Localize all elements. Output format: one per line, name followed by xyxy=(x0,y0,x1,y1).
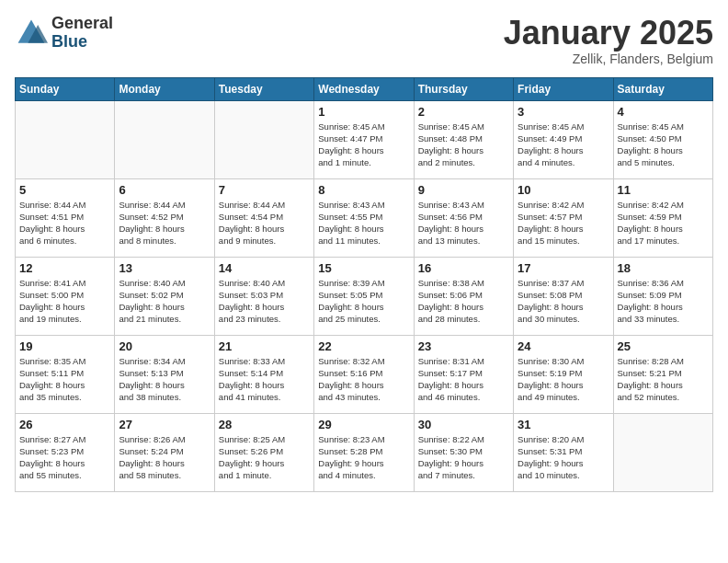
table-row: 27Sunrise: 8:26 AM Sunset: 5:24 PM Dayli… xyxy=(115,413,214,491)
logo: General Blue xyxy=(15,15,113,52)
day-info: Sunrise: 8:44 AM Sunset: 4:51 PM Dayligh… xyxy=(19,199,110,247)
day-info: Sunrise: 8:34 AM Sunset: 5:13 PM Dayligh… xyxy=(119,355,210,404)
table-row: 18Sunrise: 8:36 AM Sunset: 5:09 PM Dayli… xyxy=(613,257,712,335)
day-number: 20 xyxy=(119,339,210,353)
table-row: 6Sunrise: 8:44 AM Sunset: 4:52 PM Daylig… xyxy=(115,178,214,257)
table-row: 4Sunrise: 8:45 AM Sunset: 4:50 PM Daylig… xyxy=(613,100,712,178)
day-number: 24 xyxy=(518,339,609,353)
day-info: Sunrise: 8:33 AM Sunset: 5:14 PM Dayligh… xyxy=(219,355,310,404)
table-row: 22Sunrise: 8:32 AM Sunset: 5:16 PM Dayli… xyxy=(314,335,414,413)
table-row: 16Sunrise: 8:38 AM Sunset: 5:06 PM Dayli… xyxy=(414,257,513,335)
header-monday: Monday xyxy=(115,77,214,100)
day-info: Sunrise: 8:40 AM Sunset: 5:02 PM Dayligh… xyxy=(119,277,210,326)
day-number: 6 xyxy=(119,183,210,197)
day-info: Sunrise: 8:38 AM Sunset: 5:06 PM Dayligh… xyxy=(418,277,509,326)
day-number: 5 xyxy=(19,183,110,197)
day-info: Sunrise: 8:43 AM Sunset: 4:56 PM Dayligh… xyxy=(418,199,509,247)
day-info: Sunrise: 8:40 AM Sunset: 5:03 PM Dayligh… xyxy=(219,277,310,326)
table-row xyxy=(115,100,214,178)
day-info: Sunrise: 8:28 AM Sunset: 5:21 PM Dayligh… xyxy=(618,355,709,404)
calendar-week-row: 5Sunrise: 8:44 AM Sunset: 4:51 PM Daylig… xyxy=(16,178,713,257)
day-info: Sunrise: 8:41 AM Sunset: 5:00 PM Dayligh… xyxy=(19,277,110,326)
header-thursday: Thursday xyxy=(414,77,513,100)
day-number: 2 xyxy=(418,105,509,119)
table-row xyxy=(214,100,313,178)
table-row: 31Sunrise: 8:20 AM Sunset: 5:31 PM Dayli… xyxy=(514,413,613,491)
day-info: Sunrise: 8:42 AM Sunset: 4:57 PM Dayligh… xyxy=(518,199,609,247)
header-friday: Friday xyxy=(514,77,613,100)
table-row: 20Sunrise: 8:34 AM Sunset: 5:13 PM Dayli… xyxy=(115,335,214,413)
day-info: Sunrise: 8:39 AM Sunset: 5:05 PM Dayligh… xyxy=(318,277,409,326)
table-row: 7Sunrise: 8:44 AM Sunset: 4:54 PM Daylig… xyxy=(214,178,313,257)
day-info: Sunrise: 8:35 AM Sunset: 5:11 PM Dayligh… xyxy=(19,355,110,404)
day-info: Sunrise: 8:43 AM Sunset: 4:55 PM Dayligh… xyxy=(318,199,409,247)
day-number: 29 xyxy=(318,418,409,431)
calendar-header: Sunday Monday Tuesday Wednesday Thursday… xyxy=(16,77,713,100)
calendar-week-row: 19Sunrise: 8:35 AM Sunset: 5:11 PM Dayli… xyxy=(16,335,713,413)
calendar-body: 1Sunrise: 8:45 AM Sunset: 4:47 PM Daylig… xyxy=(16,100,713,491)
day-number: 3 xyxy=(518,105,609,119)
day-number: 30 xyxy=(418,418,509,431)
day-info: Sunrise: 8:42 AM Sunset: 4:59 PM Dayligh… xyxy=(618,199,709,247)
day-info: Sunrise: 8:22 AM Sunset: 5:30 PM Dayligh… xyxy=(418,433,509,482)
header-saturday: Saturday xyxy=(613,77,712,100)
table-row: 28Sunrise: 8:25 AM Sunset: 5:26 PM Dayli… xyxy=(214,413,313,491)
calendar-subtitle: Zellik, Flanders, Belgium xyxy=(504,52,713,66)
day-number: 26 xyxy=(19,418,110,431)
day-number: 28 xyxy=(219,418,310,431)
table-row: 3Sunrise: 8:45 AM Sunset: 4:49 PM Daylig… xyxy=(514,100,613,178)
day-number: 12 xyxy=(19,261,110,275)
day-number: 16 xyxy=(418,261,509,275)
day-info: Sunrise: 8:23 AM Sunset: 5:28 PM Dayligh… xyxy=(318,433,409,482)
day-info: Sunrise: 8:25 AM Sunset: 5:26 PM Dayligh… xyxy=(219,433,310,482)
table-row: 13Sunrise: 8:40 AM Sunset: 5:02 PM Dayli… xyxy=(115,257,214,335)
table-row: 5Sunrise: 8:44 AM Sunset: 4:51 PM Daylig… xyxy=(16,178,115,257)
table-row: 14Sunrise: 8:40 AM Sunset: 5:03 PM Dayli… xyxy=(214,257,313,335)
table-row: 1Sunrise: 8:45 AM Sunset: 4:47 PM Daylig… xyxy=(314,100,414,178)
day-info: Sunrise: 8:45 AM Sunset: 4:48 PM Dayligh… xyxy=(418,121,509,169)
day-info: Sunrise: 8:20 AM Sunset: 5:31 PM Dayligh… xyxy=(518,433,609,482)
table-row xyxy=(16,100,115,178)
table-row: 9Sunrise: 8:43 AM Sunset: 4:56 PM Daylig… xyxy=(414,178,513,257)
table-row: 25Sunrise: 8:28 AM Sunset: 5:21 PM Dayli… xyxy=(613,335,712,413)
day-number: 15 xyxy=(318,261,409,275)
logo-icon xyxy=(15,17,48,50)
day-number: 17 xyxy=(518,261,609,275)
table-row: 30Sunrise: 8:22 AM Sunset: 5:30 PM Dayli… xyxy=(414,413,513,491)
table-row xyxy=(613,413,712,491)
header-wednesday: Wednesday xyxy=(314,77,414,100)
header-tuesday: Tuesday xyxy=(214,77,313,100)
day-number: 14 xyxy=(219,261,310,275)
calendar-title: January 2025 xyxy=(504,15,713,52)
logo-text: General Blue xyxy=(51,15,113,52)
table-row: 15Sunrise: 8:39 AM Sunset: 5:05 PM Dayli… xyxy=(314,257,414,335)
table-row: 17Sunrise: 8:37 AM Sunset: 5:08 PM Dayli… xyxy=(514,257,613,335)
day-number: 27 xyxy=(119,418,210,431)
day-info: Sunrise: 8:45 AM Sunset: 4:49 PM Dayligh… xyxy=(518,121,609,169)
day-number: 23 xyxy=(418,339,509,353)
table-row: 8Sunrise: 8:43 AM Sunset: 4:55 PM Daylig… xyxy=(314,178,414,257)
table-row: 12Sunrise: 8:41 AM Sunset: 5:00 PM Dayli… xyxy=(16,257,115,335)
day-number: 9 xyxy=(418,183,509,197)
day-info: Sunrise: 8:45 AM Sunset: 4:47 PM Dayligh… xyxy=(318,121,409,169)
title-area: January 2025 Zellik, Flanders, Belgium xyxy=(504,15,713,66)
day-number: 4 xyxy=(618,105,709,119)
table-row: 26Sunrise: 8:27 AM Sunset: 5:23 PM Dayli… xyxy=(16,413,115,491)
calendar-week-row: 12Sunrise: 8:41 AM Sunset: 5:00 PM Dayli… xyxy=(16,257,713,335)
weekday-header-row: Sunday Monday Tuesday Wednesday Thursday… xyxy=(16,77,713,100)
day-info: Sunrise: 8:27 AM Sunset: 5:23 PM Dayligh… xyxy=(19,433,110,482)
table-row: 19Sunrise: 8:35 AM Sunset: 5:11 PM Dayli… xyxy=(16,335,115,413)
day-info: Sunrise: 8:44 AM Sunset: 4:54 PM Dayligh… xyxy=(219,199,310,247)
day-number: 7 xyxy=(219,183,310,197)
day-number: 13 xyxy=(119,261,210,275)
day-number: 8 xyxy=(318,183,409,197)
day-info: Sunrise: 8:31 AM Sunset: 5:17 PM Dayligh… xyxy=(418,355,509,404)
page-header: General Blue January 2025 Zellik, Flande… xyxy=(15,15,713,66)
day-number: 18 xyxy=(618,261,709,275)
day-info: Sunrise: 8:45 AM Sunset: 4:50 PM Dayligh… xyxy=(618,121,709,169)
table-row: 24Sunrise: 8:30 AM Sunset: 5:19 PM Dayli… xyxy=(514,335,613,413)
day-info: Sunrise: 8:44 AM Sunset: 4:52 PM Dayligh… xyxy=(119,199,210,247)
table-row: 10Sunrise: 8:42 AM Sunset: 4:57 PM Dayli… xyxy=(514,178,613,257)
day-info: Sunrise: 8:26 AM Sunset: 5:24 PM Dayligh… xyxy=(119,433,210,482)
day-info: Sunrise: 8:30 AM Sunset: 5:19 PM Dayligh… xyxy=(518,355,609,404)
